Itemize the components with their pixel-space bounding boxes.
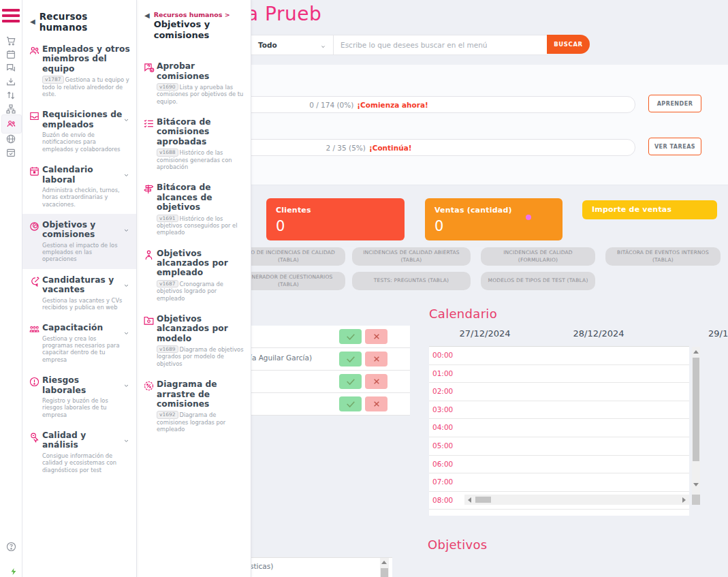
kpi-card-importe-ventas: Importe de ventas [582,200,717,219]
scroll-down-arrow[interactable] [693,483,699,486]
submenu-item-bitacora-alcances[interactable]: Bitácora de alcances de objetivos v1691H… [136,176,251,242]
approve-button[interactable] [339,352,362,367]
approve-button[interactable] [339,396,362,411]
calendar-date-header: 28/12/2024 [561,328,636,339]
submenu-item-desc: v1689Diagrama de objetivos logrados por … [157,345,247,367]
menu-item-riesgos[interactable]: Riesgos laborales Registro y buzón de lo… [22,369,136,424]
calendar-time-row: 05:00 [429,437,689,456]
menu-header[interactable]: ◀ Recursos humanos [22,0,136,38]
menu-item-empleados[interactable]: Empleados y otros miembros del equipo v1… [22,38,136,104]
table-button[interactable]: BITÁCORA DE EVENTOS INTERNOS (TABLA) [605,247,721,266]
calendar-time-row: 07:00 [429,473,689,492]
schedule-icon[interactable] [0,147,22,158]
progress-fraction: 2 / 35 (5%) [326,144,365,152]
menu-item-capacitacion[interactable]: Capacitación Gestiona y crea los program… [22,317,136,369]
scroll-up-arrow[interactable] [693,350,699,354]
globe-icon[interactable] [0,134,22,144]
version-badge: v1691 [157,215,178,222]
alert-icon [29,375,42,390]
calendar-icon[interactable] [0,49,22,60]
approval-row [232,393,410,416]
approval-row: ía Aguilar García) [232,348,410,371]
menu-item-desc: Gestiona y crea los programas necesarios… [42,335,123,363]
calendar-horizontal-scrollbar[interactable] [464,495,689,505]
sort-arrows-icon[interactable] [0,90,22,101]
calendar-grid: 00:00 01:00 02:00 03:00 04:00 05:00 06:0… [429,346,689,516]
submenu-item-aprobar-comisiones[interactable]: Aprobar comisiones v1690Lista y aprueba … [136,55,251,111]
menu-hamburger-icon[interactable] [0,8,22,23]
back-arrow-icon[interactable]: ◀ [144,11,150,20]
approve-button[interactable] [339,374,362,389]
icon-rail [0,0,22,577]
submenu-title: Objetivos y comisiones [154,19,244,40]
aprender-button[interactable]: APRENDER [648,95,701,112]
search-input[interactable] [334,41,548,49]
search-filter-value: Todo [258,41,277,49]
ver-tareas-button[interactable]: VER TAREAS [648,138,701,155]
team-icon [29,44,42,59]
table-button[interactable]: INCIDENCIAS DE CALIDAD ABIERTAS (TABLA) [352,247,471,266]
submenu-item-objetivos-empleado[interactable]: Objetivos alcanzados por empleado v1687C… [136,243,251,308]
reject-button[interactable] [365,374,387,389]
cart-icon[interactable] [0,35,22,46]
calendar-time-row: 06:00 [429,456,689,474]
menu-item-candidaturas[interactable]: Candidaturas y vacantes Gestiona las vac… [22,269,136,317]
chat-icon[interactable] [0,63,22,74]
submenu-item-desc: v1692Diagrama de comisiones logradas por… [157,411,247,433]
scroll-right-arrow[interactable] [682,497,686,503]
submenu-item-bitacora-comisiones[interactable]: Bitácora de comisiones aprobadas v1688Hi… [136,111,251,176]
progress-cta: ¡Comienza ahora! [357,101,428,109]
checklist-icon [143,117,157,132]
calendar-vertical-scrollbar[interactable] [692,347,700,505]
menu-item-desc: Buzón de envío de notificaciones para em… [42,131,123,153]
menu-item-calidad[interactable]: Calidad y análisis Consigue información … [22,424,136,480]
sitemap-icon[interactable] [0,104,22,114]
menu-item-desc: Gestiona el impacto de los empleados en … [42,242,123,263]
menu-item-calendario-laboral[interactable]: Calendario laboral Administra checkin, t… [22,159,136,214]
calendar-icon [29,165,42,180]
menu-item-label: Calidad y análisis [42,431,123,450]
menu-item-desc: Consigue información de calidad y ecosis… [42,452,123,473]
menu-item-desc: Gestiona las vacantes y CVs recibidos y … [42,297,123,311]
scrollbar-thumb[interactable] [475,497,491,503]
kpi-value: 0 [425,215,563,234]
calendar-time-row: 00:00 [429,347,689,365]
table-button[interactable]: TESTS: PREGUNTAS (TABLA) [352,272,471,290]
submenu-item-diagrama-arrastre[interactable]: Diagrama de arrastre de comisiones v1692… [136,373,251,439]
menu-item-requisiciones[interactable]: Requisiciones de empleados Buzón de enví… [22,104,136,159]
menu-item-objetivos-comisiones[interactable]: Objetivos y comisiones Gestiona el impac… [22,214,136,269]
scroll-left-arrow[interactable] [468,497,471,503]
team-icon[interactable] [0,119,22,129]
reject-button[interactable] [365,396,387,411]
bolt-icon[interactable] [3,567,25,576]
scrollbar-thumb[interactable] [693,358,699,461]
approval-row [232,371,410,393]
scrollbar-thumb[interactable] [381,568,388,577]
reject-button[interactable] [365,352,387,367]
objetivos-vertical-scrollbar[interactable] [380,558,389,577]
menu-item-label: Empleados y otros miembros del equipo [42,44,132,74]
submenu-item-objetivos-modelo[interactable]: Objetivos alcanzados por modelo v1689Dia… [136,308,251,373]
reject-button[interactable] [365,329,387,344]
back-arrow-icon[interactable]: ◀ [30,17,35,27]
kpi-label: Clientes [266,198,405,215]
kpi-label: Importe de ventas [582,200,717,214]
chevron-down-icon [123,275,132,291]
approve-button[interactable] [339,329,362,344]
menu-item-desc: v1787Gestiona a tu equipo y todo lo rela… [42,76,132,97]
calendar-date-header: 27/12/2024 [447,328,522,339]
menu-item-desc: Administra checkin, turnos, horas extrao… [42,187,123,208]
submenu-item-desc: v1690Lista y aprueba las comisiones por … [157,83,247,105]
breadcrumb: Recursos humanos > [154,11,244,18]
table-button[interactable]: INCIDENCIAS DE CALIDAD (FORMULARIO) [481,247,595,266]
approvals-list: ía Aguilar García) [232,326,410,416]
search-button[interactable]: BUSCAR [547,35,590,54]
download-tray-icon[interactable] [0,76,22,87]
submenu-header[interactable]: ◀ Recursos humanos > Objetivos y comisio… [136,0,251,46]
submenu-item-label: Bitácora de alcances de objetivos [157,183,247,212]
help-icon[interactable] [0,541,22,552]
chevron-down-icon [123,375,132,391]
scroll-up-arrow[interactable] [381,561,387,564]
approval-row [232,326,410,348]
table-button[interactable]: MODELOS DE TIPOS DE TEST (TABLA) [481,272,595,290]
